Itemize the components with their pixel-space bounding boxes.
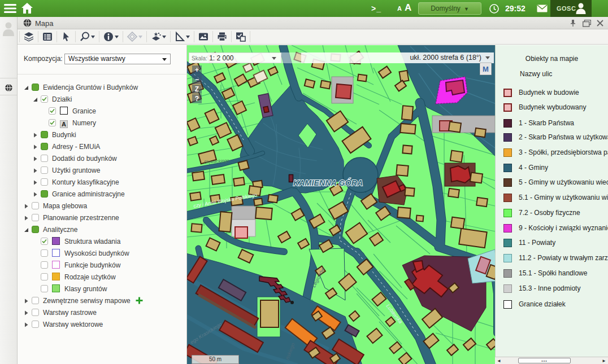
svg-text:KAMIENNA GÓRA: KAMIENNA GÓRA xyxy=(293,178,363,187)
